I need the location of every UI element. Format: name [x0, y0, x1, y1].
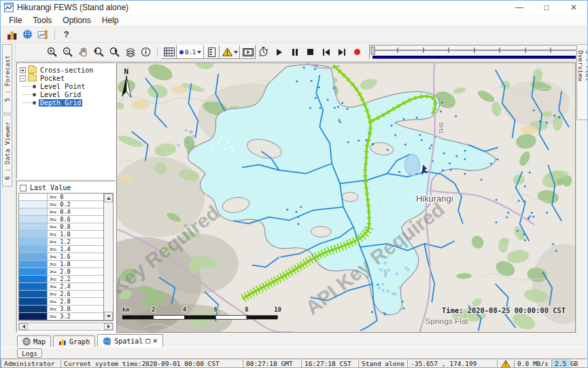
- side-tab-plot-overview[interactable]: 3 : Plot Overview: [576, 44, 588, 120]
- legend-row: >= 2.0: [19, 268, 103, 276]
- legend-swatch: [19, 261, 48, 268]
- map-view[interactable]: API Key Required API Key Required Hikura…: [116, 62, 576, 333]
- warning-icon: [222, 48, 232, 56]
- legend-row: >= 2.2: [19, 276, 103, 283]
- scroll-left-button[interactable]: [19, 323, 28, 330]
- grid-display-icon[interactable]: [161, 45, 177, 59]
- svg-text:2: 2: [152, 306, 155, 313]
- tab-restore-icon[interactable]: □: [145, 337, 150, 344]
- lake: [404, 154, 419, 176]
- timeline-availability-bar: [373, 56, 576, 59]
- tree-item-label: Level Point: [39, 83, 86, 90]
- legend-row: >= 0.4: [19, 208, 103, 216]
- legend-value-label: >= 0.6: [48, 216, 103, 223]
- status-download-rate: 0.0 MB/s: [514, 358, 551, 368]
- tree-item-pocket[interactable]: -Pocket: [19, 74, 114, 82]
- explorer-bars-icon[interactable]: [4, 27, 20, 41]
- menu-help[interactable]: Help: [97, 16, 124, 25]
- scroll-right-button[interactable]: [104, 323, 113, 330]
- play-button[interactable]: [271, 45, 287, 59]
- legend-swatch: [19, 216, 48, 223]
- globe-icon[interactable]: [20, 27, 35, 41]
- legend-value-label: >= 1.6: [48, 253, 103, 260]
- zoom-previous-icon[interactable]: [91, 45, 107, 59]
- scroll-down-button[interactable]: [104, 312, 113, 320]
- logs-button[interactable]: Logs: [17, 348, 42, 358]
- movie-player-icon[interactable]: [240, 45, 256, 59]
- pan-hand-icon[interactable]: [75, 45, 91, 59]
- map-toolbar: 0.1: [1, 43, 587, 62]
- zoom-in-icon[interactable]: [44, 45, 60, 59]
- stop-button[interactable]: [302, 45, 318, 59]
- tab-graph[interactable]: Graph: [53, 335, 95, 347]
- legend-value-label: >= 2.2: [48, 276, 103, 282]
- step-back-button[interactable]: [318, 45, 334, 59]
- minimize-button[interactable]: —: [506, 1, 533, 14]
- tree-item-depth-grid[interactable]: Depth Grid: [19, 98, 114, 107]
- legend-value-label: >= 0.8: [48, 223, 103, 230]
- maximize-button[interactable]: □: [533, 1, 560, 14]
- status-warning-cell[interactable]: [497, 358, 514, 368]
- legend-row: >= 0.8: [19, 223, 103, 231]
- legend-value-label: >= 0: [48, 194, 103, 200]
- spatial-display-icon[interactable]: [35, 27, 51, 41]
- step-forward-button[interactable]: [334, 45, 349, 59]
- tree-item-level-grid[interactable]: Level Grid: [19, 90, 114, 98]
- legend-value-label: >= 2.4: [48, 283, 103, 290]
- tree-expander-icon[interactable]: +: [20, 67, 26, 73]
- menu-tools[interactable]: Tools: [27, 16, 57, 25]
- classification-legend-icon[interactable]: [204, 45, 220, 59]
- pause-button[interactable]: [287, 45, 302, 59]
- title-bar[interactable]: Hikurangi FEWS (Stand alone) — □ ✕: [1, 1, 587, 14]
- scroll-up-button[interactable]: [104, 194, 113, 202]
- animation-settings-icon[interactable]: [256, 45, 271, 59]
- left-panel: +Cross-section-PocketLevel PointLevel Gr…: [16, 62, 116, 333]
- right-tab-strip: 3 : Plot Overview: [576, 43, 587, 333]
- legend-row: >= 2.6: [19, 291, 103, 298]
- threshold-dot-icon: [179, 50, 184, 54]
- locality-label: Springs Flat: [425, 316, 468, 326]
- legend-swatch: [19, 253, 48, 260]
- legend-swatch: [19, 194, 48, 200]
- zoom-out-icon[interactable]: [60, 45, 75, 59]
- status-user: Administrator: [1, 358, 60, 368]
- main-toolbar: ?: [1, 26, 587, 43]
- tab-spatial[interactable]: Spatial □ ✕: [97, 334, 162, 347]
- tree-item-label: Cross-section: [39, 67, 94, 74]
- time-slider[interactable]: [369, 45, 581, 60]
- menu-options[interactable]: Options: [57, 16, 96, 25]
- legend-row: >= 1.4: [19, 246, 103, 253]
- tree-item-level-point[interactable]: Level Point: [19, 82, 114, 90]
- legend-row: >= 0.2: [19, 201, 103, 208]
- legend-swatch: [19, 223, 48, 230]
- legend-row: >= 0: [19, 194, 103, 201]
- record-button[interactable]: [349, 45, 365, 59]
- side-tab-data-viewer[interactable]: 6 : Data Viewer: [2, 115, 12, 187]
- legend-swatch: [19, 298, 48, 305]
- legend-row: >= 1.8: [19, 261, 103, 268]
- last-value-checkbox[interactable]: [20, 185, 27, 191]
- help-button[interactable]: ?: [58, 27, 74, 41]
- status-system-time: Current system time:2020-09-01 00:00 CST: [60, 358, 243, 368]
- zoom-next-icon[interactable]: [107, 45, 122, 59]
- info-icon[interactable]: [138, 45, 154, 59]
- tab-close-icon[interactable]: ✕: [153, 337, 158, 344]
- layers-icon[interactable]: [122, 45, 138, 59]
- legend-vertical-scrollbar[interactable]: [103, 194, 113, 320]
- tab-map[interactable]: Map: [17, 335, 51, 347]
- app-icon: [4, 3, 14, 12]
- warning-dropdown[interactable]: [220, 45, 240, 59]
- legend-value-label: >= 2.6: [48, 291, 103, 297]
- menu-file[interactable]: File: [3, 16, 27, 25]
- side-tab-forecast[interactable]: 5 : Forecast: [2, 44, 12, 113]
- legend-swatch: [19, 246, 48, 253]
- svg-text:km: km: [122, 306, 130, 313]
- close-button[interactable]: ✕: [560, 1, 587, 14]
- legend-value-label: >= 0.4: [48, 208, 103, 215]
- legend-swatch: [19, 306, 48, 312]
- tree-expander-icon[interactable]: -: [20, 75, 26, 81]
- bullet-icon: [33, 93, 36, 96]
- warning-icon: [501, 360, 511, 368]
- threshold-dropdown[interactable]: 0.1: [177, 45, 204, 59]
- legend-horizontal-scrollbar[interactable]: [18, 323, 114, 331]
